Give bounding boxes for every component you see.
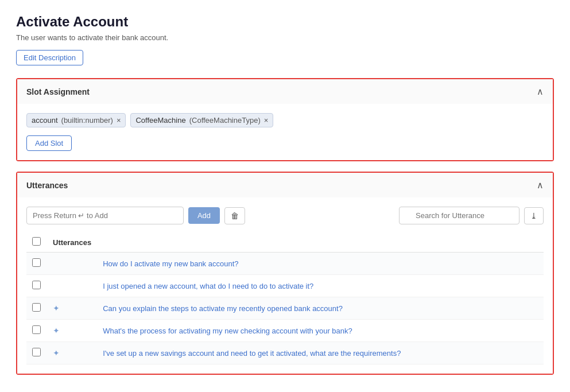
select-all-checkbox[interactable]	[32, 237, 41, 246]
utterance-text-cell[interactable]: What's the process for activating my new…	[97, 320, 544, 342]
row-checkbox[interactable]	[32, 348, 41, 356]
search-utterance-wrapper: 🔍	[399, 207, 519, 224]
delete-icon: 🗑	[231, 211, 239, 220]
slot-assignment-title: Slot Assignment	[26, 87, 90, 96]
slot-assignment-panel: Slot Assignment ∧ account (builtin:numbe…	[16, 78, 554, 161]
add-slot-button[interactable]: Add Slot	[26, 135, 72, 151]
row-checkbox[interactable]	[32, 258, 41, 267]
slot-assignment-header[interactable]: Slot Assignment ∧	[17, 79, 553, 104]
search-utterance-input[interactable]	[399, 207, 519, 224]
ai-icon: ✦	[53, 348, 60, 358]
row-checkbox[interactable]	[32, 325, 41, 334]
edit-description-button[interactable]: Edit Description	[16, 50, 83, 65]
table-row: How do I activate my new bank account?	[26, 253, 544, 275]
slot-tag: CoffeeMachine (CoffeeMachineType) ×	[130, 113, 273, 127]
utterances-section-title: Utterances	[26, 181, 68, 190]
utterances-table-wrapper: Utterances How do I activate my new bank…	[26, 232, 544, 364]
row-icon-cell	[47, 253, 97, 275]
utterances-chevron-icon: ∧	[537, 180, 544, 191]
slot-tag-type: (CoffeeMachineType)	[189, 116, 261, 125]
ai-icon: ✦	[53, 304, 60, 313]
table-header-checkbox-cell	[26, 232, 47, 253]
import-icon: ⤓	[530, 211, 537, 220]
table-row: ✦What's the process for activating my ne…	[26, 320, 544, 342]
utterance-text-cell[interactable]: Can you explain the steps to activate my…	[97, 297, 544, 320]
table-row: ✦Can you explain the steps to activate m…	[26, 297, 544, 320]
slot-tag-close-icon[interactable]: ×	[264, 117, 269, 124]
row-icon-cell: ✦	[47, 342, 97, 364]
slot-tag-type: (builtin:number)	[61, 116, 113, 125]
slot-tags-row: account (builtin:number) ×CoffeeMachine …	[26, 113, 544, 127]
utterances-header[interactable]: Utterances ∧	[17, 173, 553, 197]
page-title: Activate Account	[16, 14, 554, 30]
slot-tag-name: CoffeeMachine	[135, 116, 185, 125]
row-checkbox[interactable]	[32, 303, 41, 312]
utterances-panel: Utterances ∧ Add 🗑 🔍 ⤓	[16, 172, 554, 375]
row-checkbox[interactable]	[32, 281, 41, 289]
table-header-utterances: Utterances	[47, 232, 97, 253]
row-icon-cell: ✦	[47, 320, 97, 342]
row-checkbox-cell	[26, 320, 47, 342]
utterances-body: Add 🗑 🔍 ⤓	[17, 197, 553, 374]
ai-icon: ✦	[53, 326, 60, 335]
delete-utterance-button[interactable]: 🗑	[224, 207, 245, 224]
row-icon-cell: ✦	[47, 297, 97, 320]
table-row: ✦I've set up a new savings account and n…	[26, 342, 544, 364]
table-row: I just opened a new account, what do I n…	[26, 275, 544, 297]
add-utterance-button[interactable]: Add	[188, 207, 220, 224]
utterance-text-cell[interactable]: I've set up a new savings account and ne…	[97, 342, 544, 364]
utterance-text-cell[interactable]: How do I activate my new bank account?	[97, 253, 544, 275]
slot-assignment-body: account (builtin:number) ×CoffeeMachine …	[17, 104, 553, 160]
row-icon-cell	[47, 275, 97, 297]
utterance-input[interactable]	[26, 207, 184, 224]
slot-tag: account (builtin:number) ×	[26, 113, 126, 127]
row-checkbox-cell	[26, 297, 47, 320]
row-checkbox-cell	[26, 275, 47, 297]
utterances-toolbar: Add 🗑 🔍 ⤓	[26, 207, 544, 224]
utterances-table: Utterances How do I activate my new bank…	[26, 232, 544, 364]
page-description: The user wants to activate their bank ac…	[16, 33, 554, 42]
utterance-highlight: account	[208, 259, 235, 268]
row-checkbox-cell	[26, 253, 47, 275]
slot-assignment-chevron-icon: ∧	[537, 86, 544, 97]
row-checkbox-cell	[26, 342, 47, 364]
slot-tag-name: account	[32, 116, 58, 125]
import-button[interactable]: ⤓	[524, 207, 544, 224]
slot-tag-close-icon[interactable]: ×	[117, 117, 121, 124]
utterance-text-cell[interactable]: I just opened a new account, what do I n…	[97, 275, 544, 297]
